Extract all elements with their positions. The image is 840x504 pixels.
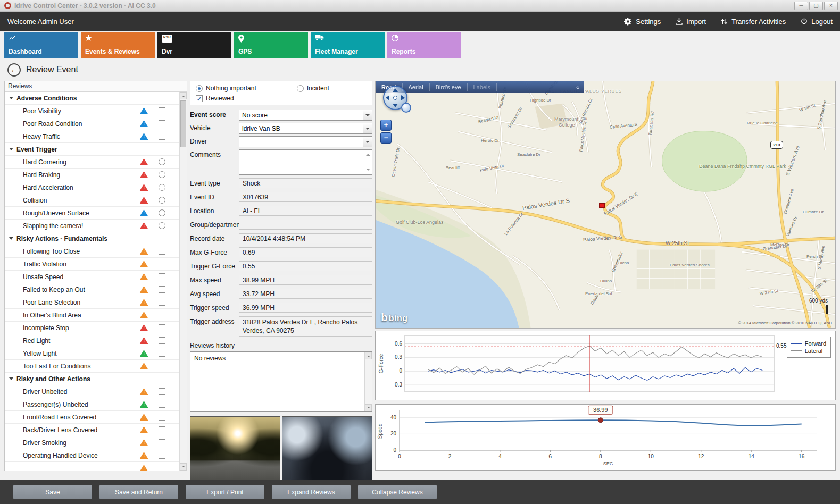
option-reviewed[interactable]: ✓Reviewed bbox=[196, 95, 234, 102]
dropdown-button[interactable] bbox=[363, 123, 372, 133]
save-button[interactable]: Save bbox=[13, 485, 92, 499]
combo-event-score[interactable]: No score bbox=[239, 110, 372, 121]
checkbox-control[interactable] bbox=[159, 248, 165, 255]
collapse-arrow-icon[interactable] bbox=[9, 237, 13, 242]
checkbox-control[interactable] bbox=[159, 324, 165, 331]
checkbox-control[interactable] bbox=[159, 261, 165, 267]
reviews-panel: Reviews Adverse ConditionsPoor Visibilit… bbox=[4, 81, 187, 471]
checkbox-control[interactable] bbox=[159, 363, 165, 369]
minimize-button[interactable]: ─ bbox=[794, 2, 808, 10]
save-and-return-button[interactable]: Save and Return bbox=[99, 485, 178, 499]
group-label[interactable]: Risky Actions - Fundamentals bbox=[5, 232, 135, 245]
tab-dashboard[interactable]: Dashboard bbox=[4, 32, 78, 58]
checkbox-control[interactable] bbox=[159, 452, 165, 459]
nav-settings[interactable]: Settings bbox=[624, 18, 661, 26]
scroll-down-icon[interactable] bbox=[366, 169, 370, 173]
dropdown-button[interactable] bbox=[363, 137, 372, 147]
export-print-button[interactable]: Export / Print bbox=[186, 485, 264, 499]
scroll-up-icon[interactable] bbox=[180, 92, 187, 99]
checkbox-control[interactable] bbox=[159, 388, 165, 395]
rotate-view-control[interactable] bbox=[401, 103, 411, 113]
nav-transfer-activities[interactable]: Transfer Activities bbox=[721, 18, 786, 26]
group-label[interactable]: Adverse Conditions bbox=[5, 92, 135, 104]
nav-logout[interactable]: Logout bbox=[801, 18, 833, 26]
checkbox-control[interactable] bbox=[159, 350, 165, 357]
zoom-in-button[interactable]: + bbox=[380, 120, 392, 131]
checkbox-control[interactable] bbox=[159, 401, 165, 408]
checkbox-control[interactable]: ✓ bbox=[196, 95, 203, 102]
tab-reports[interactable]: Reports bbox=[387, 32, 461, 58]
tab-gps[interactable]: GPS bbox=[234, 32, 308, 58]
option-nothing-important[interactable]: Nothing important bbox=[196, 85, 256, 92]
map-view-labels[interactable]: Labels bbox=[468, 83, 497, 91]
road-camera-thumbnail[interactable] bbox=[190, 416, 280, 481]
scroll-down-icon[interactable] bbox=[365, 404, 372, 411]
pan-west-icon[interactable] bbox=[386, 95, 389, 100]
checkbox-control[interactable] bbox=[159, 465, 165, 471]
scrollbar-thumb[interactable] bbox=[180, 100, 186, 147]
checkbox-control[interactable] bbox=[159, 133, 165, 140]
radio-control[interactable] bbox=[159, 171, 165, 178]
option-incident[interactable]: Incident bbox=[297, 85, 329, 92]
collapse-arrow-icon[interactable] bbox=[9, 148, 13, 153]
reviews-history-listbox[interactable]: No reviews bbox=[190, 351, 372, 412]
reviews-scrollbar[interactable] bbox=[179, 92, 187, 471]
close-button[interactable]: × bbox=[824, 2, 838, 10]
combo-vehicle[interactable]: idrive Van SB bbox=[239, 123, 372, 134]
checkbox-control[interactable] bbox=[159, 426, 165, 433]
map-panel[interactable]: EAST RANCHO PALOS VERDESMarymountCollege… bbox=[375, 81, 836, 329]
tab-fleet-manager[interactable]: Fleet Manager bbox=[311, 32, 385, 58]
back-button[interactable]: ← bbox=[7, 63, 21, 77]
pan-south-icon[interactable] bbox=[393, 104, 398, 107]
checkbox-control[interactable] bbox=[159, 299, 165, 306]
maximize-button[interactable]: ▢ bbox=[809, 2, 823, 10]
collapse-reviews-button[interactable]: Collapse Reviews bbox=[358, 485, 437, 499]
radio-control[interactable] bbox=[159, 197, 165, 204]
compass-center-icon[interactable] bbox=[393, 96, 397, 100]
checkbox-control[interactable] bbox=[159, 312, 165, 318]
checkbox-control[interactable] bbox=[159, 439, 165, 446]
group-label[interactable]: Risky and Other Actions bbox=[5, 373, 135, 385]
collapse-toolbar-button[interactable]: « bbox=[571, 84, 584, 90]
collapse-arrow-icon[interactable] bbox=[9, 377, 13, 382]
scroll-up-icon[interactable] bbox=[366, 152, 370, 156]
map-view-toolbar: RoadAerialBird's eyeLabels « bbox=[376, 81, 584, 93]
checkbox-control[interactable] bbox=[159, 107, 165, 114]
scroll-up-icon[interactable] bbox=[365, 352, 372, 359]
tab-events-reviews[interactable]: Events & Reviews bbox=[81, 32, 155, 58]
radio-control[interactable] bbox=[196, 85, 203, 92]
group-label[interactable]: Event Trigger bbox=[5, 143, 135, 155]
map-view-bird-s-eye[interactable]: Bird's eye bbox=[430, 83, 468, 91]
map-view-aerial[interactable]: Aerial bbox=[403, 83, 430, 91]
field-control bbox=[239, 149, 372, 177]
review-item-label: Poor Road Condition bbox=[5, 117, 135, 130]
scroll-down-icon[interactable] bbox=[180, 463, 187, 471]
dashboard-icon bbox=[9, 35, 74, 43]
map-labels-layer: EAST RANCHO PALOS VERDESMarymountCollege… bbox=[376, 81, 835, 328]
pan-north-icon[interactable] bbox=[393, 88, 398, 92]
collapse-arrow-icon[interactable] bbox=[9, 97, 13, 102]
combo-driver[interactable] bbox=[239, 136, 372, 147]
radio-control[interactable] bbox=[159, 209, 165, 216]
checkbox-control[interactable] bbox=[159, 414, 165, 421]
checkbox-control[interactable] bbox=[159, 120, 165, 127]
spacer-cell bbox=[171, 258, 179, 270]
zoom-out-button[interactable]: − bbox=[380, 132, 392, 144]
event-location-marker[interactable] bbox=[599, 203, 605, 208]
control-cell bbox=[153, 207, 171, 219]
comments-textarea[interactable] bbox=[239, 149, 372, 175]
checkbox-control[interactable] bbox=[159, 286, 165, 293]
dropdown-button[interactable] bbox=[363, 110, 372, 120]
radio-control[interactable] bbox=[159, 158, 165, 165]
checkbox-control[interactable] bbox=[159, 337, 165, 344]
pan-east-icon[interactable] bbox=[401, 95, 405, 100]
tab-dvr[interactable]: DVRDvr bbox=[157, 32, 231, 58]
radio-control[interactable] bbox=[159, 184, 165, 191]
expand-reviews-button[interactable]: Expand Reviews bbox=[272, 485, 351, 499]
cabin-camera-thumbnail[interactable] bbox=[282, 416, 372, 481]
radio-control[interactable] bbox=[297, 85, 304, 92]
nav-import[interactable]: Import bbox=[676, 18, 706, 26]
radio-control[interactable] bbox=[159, 222, 165, 229]
listbox-scrollbar[interactable] bbox=[364, 352, 372, 411]
checkbox-control[interactable] bbox=[159, 273, 165, 280]
